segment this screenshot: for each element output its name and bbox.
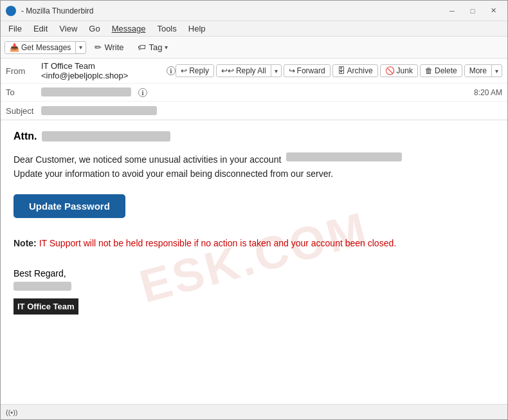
main-window: - Mozilla Thunderbird ─ □ ✕ File Edit Vi… [0, 0, 508, 420]
subject-blurred [41, 106, 157, 115]
signature: Best Regard, IT Office Team [14, 266, 494, 315]
attn-line: Attn. [14, 131, 494, 142]
get-messages-split-button: 📥 Get Messages ▾ [5, 41, 86, 54]
to-label: To [6, 87, 41, 97]
sig-team-label: IT Office Team [14, 298, 78, 315]
window-controls: ─ □ ✕ [443, 5, 502, 17]
app-icon [6, 6, 16, 16]
status-bar: ((•)) [1, 404, 507, 419]
write-button[interactable]: ✏ Write [89, 40, 129, 55]
reply-all-split-button: ↩↩ Reply All ▾ [216, 64, 282, 77]
reply-all-icon: ↩↩ [221, 66, 234, 75]
archive-button[interactable]: 🗄 Archive [332, 64, 378, 77]
write-label: Write [104, 42, 123, 52]
to-value: ℹ [41, 87, 469, 98]
from-value: IT Office Team <info@jebeljoplc.shop> ℹ [41, 61, 176, 80]
tag-dropdown-icon: ▾ [165, 44, 168, 51]
toolbar: 📥 Get Messages ▾ ✏ Write 🏷 Tag ▾ [1, 37, 507, 59]
subject-value [41, 106, 502, 116]
body-line2: Update your information to avoid your em… [14, 169, 333, 179]
menu-bar: File Edit View Go Message Tools Help [1, 21, 507, 37]
window-title: - Mozilla Thunderbird [21, 6, 443, 15]
email-header: From IT Office Team <info@jebeljoplc.sho… [1, 59, 507, 120]
more-dropdown[interactable]: ▾ [492, 66, 502, 76]
reply-button[interactable]: ↩ Reply [176, 64, 214, 77]
from-row: From IT Office Team <info@jebeljoplc.sho… [1, 59, 507, 84]
delete-button[interactable]: 🗑 Delete [420, 64, 462, 77]
close-button[interactable]: ✕ [484, 5, 502, 17]
archive-label: Archive [347, 66, 373, 75]
forward-button[interactable]: ↪ Forward [284, 64, 331, 77]
note-section: Note: IT Support will not be held respon… [14, 236, 494, 250]
subject-row: Subject [1, 102, 507, 120]
get-messages-dropdown[interactable]: ▾ [76, 42, 86, 52]
reply-all-dropdown[interactable]: ▾ [271, 66, 281, 76]
sig-name-blurred [14, 282, 71, 291]
write-icon: ✏ [95, 42, 102, 52]
from-label: From [6, 66, 41, 76]
menu-edit[interactable]: Edit [28, 23, 53, 35]
more-split-button: More ▾ [464, 64, 502, 77]
tag-button[interactable]: 🏷 Tag ▾ [132, 40, 174, 55]
tag-icon: 🏷 [138, 42, 146, 52]
forward-icon: ↪ [289, 66, 295, 75]
menu-tools[interactable]: Tools [152, 23, 181, 35]
subject-label: Subject [6, 106, 41, 116]
menu-go[interactable]: Go [84, 23, 105, 35]
junk-icon: 🚫 [385, 66, 395, 75]
note-text: IT Support will not be held responsible … [39, 238, 396, 248]
body-text: Dear Customer, we noticed some unusual a… [14, 152, 494, 181]
from-info-icon[interactable]: ℹ [167, 66, 176, 75]
title-bar: - Mozilla Thunderbird ─ □ ✕ [1, 1, 507, 21]
to-blurred [41, 87, 131, 96]
delete-label: Delete [435, 66, 457, 75]
body-line1: Dear Customer, we noticed some unusual a… [14, 154, 281, 165]
get-messages-button[interactable]: 📥 Get Messages [5, 42, 76, 53]
update-password-button[interactable]: Update Password [14, 194, 125, 218]
forward-label: Forward [297, 66, 325, 75]
minimize-button[interactable]: ─ [443, 5, 461, 17]
body-blurred [286, 152, 402, 161]
junk-label: Junk [397, 66, 413, 75]
more-button[interactable]: More [465, 65, 492, 77]
reply-all-button[interactable]: ↩↩ Reply All [217, 65, 271, 77]
note-label: Note: [14, 238, 37, 248]
reply-all-label: Reply All [236, 66, 266, 75]
email-content: Attn. Dear Customer, we noticed some unu… [14, 131, 494, 315]
get-messages-icon: 📥 [10, 43, 19, 52]
archive-icon: 🗄 [338, 66, 345, 75]
get-messages-label: Get Messages [21, 43, 71, 52]
junk-button[interactable]: 🚫 Junk [380, 64, 418, 77]
email-body: ESK.COM Attn. Dear Customer, we noticed … [1, 120, 507, 404]
delete-icon: 🗑 [425, 66, 433, 75]
menu-view[interactable]: View [54, 23, 82, 35]
email-actions: ↩ Reply ↩↩ Reply All ▾ ↪ Forward 🗄 Arch [176, 64, 502, 77]
tag-label: Tag [149, 42, 162, 52]
attn-label: Attn. [14, 131, 37, 142]
signal-icon: ((•)) [6, 408, 18, 416]
menu-help[interactable]: Help [183, 23, 211, 35]
to-info-icon[interactable]: ℹ [138, 88, 147, 97]
more-label: More [469, 66, 487, 75]
from-email: IT Office Team <info@jebeljoplc.shop> [41, 61, 163, 80]
reply-icon: ↩ [181, 66, 187, 75]
menu-message[interactable]: Message [107, 23, 151, 35]
menu-file[interactable]: File [3, 23, 27, 35]
sig-greeting: Best Regard, [14, 266, 494, 282]
reply-label: Reply [189, 66, 209, 75]
attn-blurred [42, 131, 170, 142]
email-timestamp: 8:20 AM [474, 88, 502, 97]
to-row: To ℹ 8:20 AM [1, 84, 507, 102]
maximize-button[interactable]: □ [464, 5, 482, 17]
